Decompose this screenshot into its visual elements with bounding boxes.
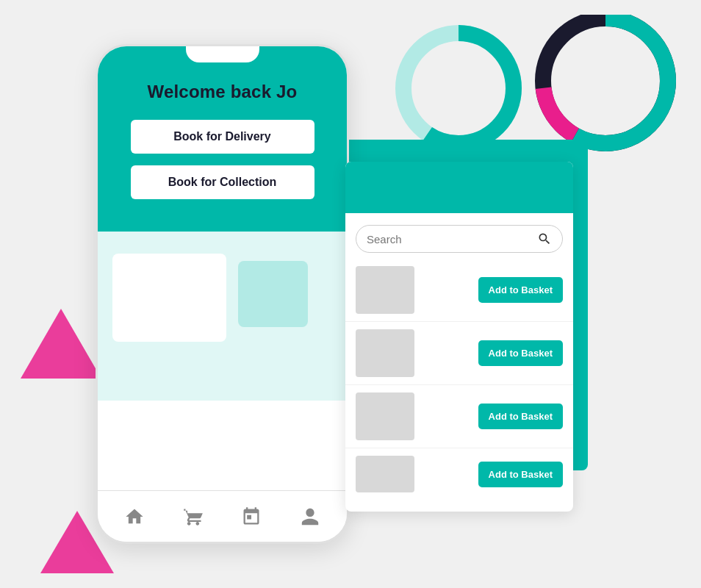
decorative-triangle-left xyxy=(21,309,101,379)
product-row: Add to Basket xyxy=(345,448,573,500)
phone-header: Welcome back Jo Book for Delivery Book f… xyxy=(98,46,347,232)
product-thumbnail xyxy=(356,266,414,314)
book-delivery-button[interactable]: Book for Delivery xyxy=(131,120,314,154)
phone-body xyxy=(98,232,347,401)
product-row: Add to Basket xyxy=(345,322,573,385)
product-thumbnail xyxy=(356,329,414,377)
book-collection-button[interactable]: Book for Collection xyxy=(131,165,314,199)
add-to-basket-button-2[interactable]: Add to Basket xyxy=(478,340,563,366)
search-panel: Add to Basket Add to Basket Add to Baske… xyxy=(345,162,573,512)
search-panel-header xyxy=(345,162,573,213)
add-to-basket-button-4[interactable]: Add to Basket xyxy=(478,462,563,487)
search-input[interactable] xyxy=(367,233,537,245)
nav-basket-icon[interactable] xyxy=(180,503,206,530)
nav-profile-icon[interactable] xyxy=(297,503,323,530)
phone-notch xyxy=(186,46,259,62)
product-thumbnail xyxy=(356,392,414,440)
phone-mockup: Welcome back Jo Book for Delivery Book f… xyxy=(96,44,349,544)
product-row: Add to Basket xyxy=(345,259,573,322)
add-to-basket-button-1[interactable]: Add to Basket xyxy=(478,277,563,303)
add-to-basket-button-3[interactable]: Add to Basket xyxy=(478,404,563,429)
search-bar xyxy=(356,225,563,253)
nav-home-icon[interactable] xyxy=(121,503,148,530)
search-button[interactable] xyxy=(537,232,552,246)
product-row: Add to Basket xyxy=(345,385,573,448)
phone-nav xyxy=(98,490,347,542)
phone-card-large xyxy=(112,254,226,342)
phone-card-small xyxy=(238,261,308,327)
nav-calendar-icon[interactable] xyxy=(238,503,265,530)
product-thumbnail xyxy=(356,456,414,492)
welcome-text: Welcome back Jo xyxy=(148,82,298,102)
